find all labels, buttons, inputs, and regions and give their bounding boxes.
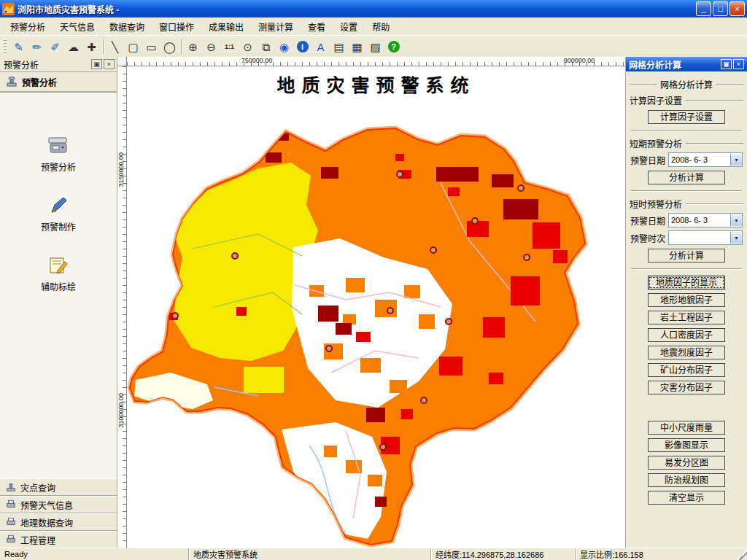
terrain-factor-button[interactable]: 地形地貌因子 [648, 293, 725, 307]
menu-weather-info[interactable]: 天气信息 [53, 18, 102, 35]
chevron-down-icon[interactable]: ▼ [730, 154, 742, 166]
stamp-icon [6, 482, 16, 492]
label-tool-button[interactable]: A [311, 38, 330, 55]
left-panel-header: 预警分析 ▣ × [0, 57, 117, 72]
accordion-geodata-query[interactable]: 地理数据查询 [0, 513, 117, 531]
print-icon: ▦ [352, 42, 362, 52]
short-term-date-picker[interactable]: 2008- 6- 3 ▼ [668, 152, 743, 167]
minimize-button[interactable]: _ [696, 1, 711, 16]
item-auxiliary-plot[interactable]: 辅助标绘 [26, 254, 91, 292]
roundrect-tool-button[interactable]: ▢ [124, 38, 142, 55]
print-button[interactable]: ▦ [348, 38, 366, 55]
save-button[interactable]: ▤ [330, 38, 348, 55]
mine-distribution-factor-button[interactable]: 矿山分布因子 [648, 363, 725, 377]
stamp-icon [6, 76, 18, 88]
ellipse-tool-button[interactable]: ◯ [160, 38, 179, 55]
stamp-tool-icon: ✏ [32, 42, 42, 52]
disaster-distribution-factor-button[interactable]: 灾害分布因子 [648, 381, 725, 394]
menu-measure-calc[interactable]: 测量计算 [251, 18, 301, 35]
population-density-factor-button[interactable]: 人口密度因子 [648, 328, 725, 342]
menu-settings[interactable]: 设置 [333, 18, 365, 35]
short-time-date-picker[interactable]: 2008- 6- 3 ▼ [668, 213, 743, 228]
short-time-run-button[interactable]: 分析计算 [648, 249, 725, 262]
globe-button[interactable]: ◉ [275, 38, 293, 55]
left-panel-section-header: 预警分析 [0, 72, 117, 93]
print-preview-button[interactable]: ▨ [366, 38, 384, 55]
prevention-plan-button[interactable]: 防治规划图 [648, 473, 725, 487]
short-time-period-select[interactable]: ▼ [668, 230, 743, 245]
clear-display-button[interactable]: 清空显示 [648, 491, 725, 505]
maximize-button[interactable]: □ [713, 1, 728, 16]
zoom-extent-button[interactable]: ⊙ [239, 38, 257, 55]
menu-help[interactable]: 帮助 [365, 18, 397, 35]
accordion-project-management[interactable]: 工程管理 [0, 531, 117, 548]
separator [631, 190, 742, 192]
factor-settings-button[interactable]: 计算因子设置 [648, 110, 725, 124]
zoom-in-button[interactable]: ⊕ [184, 38, 202, 55]
left-panel-close-button[interactable]: × [104, 59, 115, 69]
accordion-disaster-point-query[interactable]: 灾点查询 [0, 478, 117, 496]
group-factor-settings: 计算因子设置 [630, 94, 743, 106]
zoom-actual-button[interactable]: 1:1 [220, 38, 239, 55]
stamp-tool-button[interactable]: ✏ [28, 38, 46, 55]
right-panel-title: 网格分析计算 [629, 58, 719, 71]
item-warning-making[interactable]: 预警制作 [26, 195, 91, 233]
cloud-tool-button[interactable]: ☁ [64, 38, 82, 55]
toolbar-grip[interactable] [4, 39, 7, 54]
ruler-ticks [127, 62, 625, 66]
item-label: 辅助标绘 [41, 280, 76, 292]
geology-factor-display-button[interactable]: 地质因子的显示 [648, 276, 725, 289]
map-canvas[interactable]: 地质灾害预警系统 [127, 66, 625, 548]
help-icon: ? [388, 41, 400, 52]
move-tool-icon: ✚ [87, 42, 96, 52]
short-time-date-row: 预警日期 2008- 6- 3 ▼ [630, 213, 743, 228]
move-tool-button[interactable]: ✚ [82, 38, 101, 55]
map-title: 地质灾害预警系统 [127, 71, 625, 97]
accordion-weather-info[interactable]: 预警天气信息 [0, 496, 117, 513]
mesoscale-rainfall-button[interactable]: 中小尺度雨量 [648, 421, 725, 435]
menu-result-output[interactable]: 成果输出 [201, 18, 251, 35]
resize-grip[interactable] [737, 548, 747, 560]
item-warning-analysis[interactable]: 预警分析 [26, 135, 91, 173]
zoom-out-icon: ⊖ [206, 42, 216, 52]
info-button[interactable]: i [293, 38, 311, 55]
susceptibility-zoning-button[interactable]: 易发分区图 [648, 456, 725, 470]
menu-data-query[interactable]: 数据查询 [102, 18, 152, 35]
save-icon: ▤ [333, 42, 344, 52]
printer-icon [6, 534, 16, 545]
right-panel-close-button[interactable]: × [733, 59, 744, 69]
copy-view-button[interactable]: ⧉ [257, 38, 275, 55]
geotech-factor-button[interactable]: 岩土工程因子 [648, 311, 725, 324]
select-edit-button[interactable]: ✎ [9, 38, 28, 55]
accordion-label: 工程管理 [20, 534, 55, 546]
app-icon[interactable] [2, 3, 15, 15]
rect-tool-icon: ▭ [146, 42, 156, 52]
zoom-out-button[interactable]: ⊖ [202, 38, 220, 55]
chevron-down-icon[interactable]: ▼ [730, 232, 742, 244]
chevron-down-icon[interactable]: ▼ [730, 214, 742, 226]
pick-tool-button[interactable]: ✐ [46, 38, 64, 55]
date-label: 预警日期 [630, 214, 668, 227]
right-panel: 网格分析计算 ▣ × 网格分析计算 计算因子设置 计算因子设置 短期预警分析 [625, 57, 747, 548]
short-term-run-button[interactable]: 分析计算 [648, 171, 725, 184]
ruler-label: 800000.00 [564, 57, 595, 64]
left-panel-pin-button[interactable]: ▣ [91, 59, 102, 69]
map-graphic[interactable] [127, 66, 625, 548]
close-button[interactable]: × [729, 1, 745, 16]
tool-bar: ✎ ✏ ✐ ☁ ✚ ╲ ▢ ▭ ◯ ⊕ ⊖ 1:1 ⊙ ⧉ ◉ i A ▤ ▦ … [0, 36, 747, 58]
info-icon: i [297, 41, 309, 52]
app-logo-icon [2, 3, 15, 15]
menu-warning-analysis[interactable]: 预警分析 [3, 18, 53, 35]
seismic-intensity-factor-button[interactable]: 地震烈度因子 [648, 346, 725, 359]
help-button[interactable]: ? [384, 38, 403, 55]
line-tool-button[interactable]: ╲ [106, 38, 124, 55]
rect-tool-button[interactable]: ▭ [142, 38, 160, 55]
accordion-label: 灾点查询 [20, 481, 55, 494]
right-panel-pin-button[interactable]: ▣ [721, 59, 732, 69]
spacer [630, 398, 743, 417]
main-region: 预警分析 ▣ × 预警分析 [0, 57, 747, 548]
menu-view[interactable]: 查看 [301, 18, 333, 35]
select-edit-icon: ✎ [14, 42, 23, 52]
menu-window-ops[interactable]: 窗口操作 [152, 18, 201, 35]
imagery-display-button[interactable]: 影像图显示 [648, 438, 725, 452]
